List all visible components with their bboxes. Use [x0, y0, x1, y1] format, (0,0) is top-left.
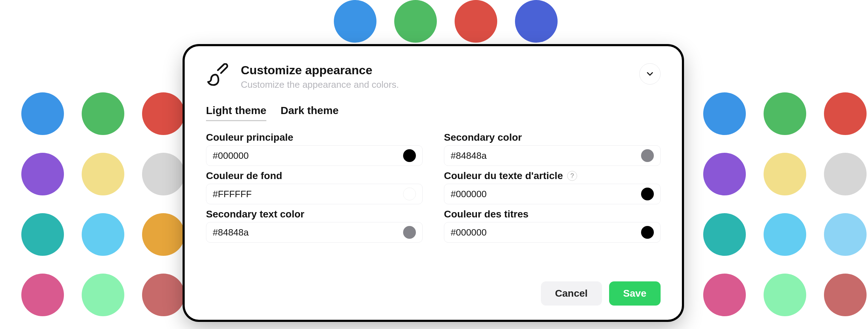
field-secondary-text-color: Secondary text color #84848a	[206, 209, 423, 243]
palette-dot	[82, 92, 124, 135]
palette-dot	[142, 92, 185, 135]
palette-dot	[515, 0, 558, 43]
palette-dot	[142, 153, 185, 195]
field-label: Couleur principale	[206, 132, 293, 143]
palette-dot	[82, 274, 124, 316]
input-value: #FFFFFF	[213, 189, 403, 200]
customize-appearance-card: Customize appearance Customize the appea…	[185, 46, 682, 320]
palette-dot	[21, 213, 64, 256]
input-value: #84848a	[213, 227, 403, 238]
cancel-button[interactable]: Cancel	[541, 281, 602, 306]
collapse-button[interactable]	[639, 63, 661, 85]
field-titles-color: Couleur des titres #000000	[444, 209, 661, 243]
card-header: Customize appearance Customize the appea…	[206, 63, 661, 90]
field-label: Couleur des titres	[444, 209, 528, 220]
palette-dot	[824, 274, 867, 316]
field-label: Couleur de fond	[206, 170, 282, 182]
save-button[interactable]: Save	[609, 281, 661, 306]
palette-dot	[21, 92, 64, 135]
input-value: #000000	[213, 150, 403, 161]
secondary-text-color-input[interactable]: #84848a	[206, 222, 423, 243]
palette-dot	[21, 274, 64, 316]
field-secondary-color: Secondary color #84848a	[444, 132, 661, 166]
theme-tabs: Light theme Dark theme	[206, 104, 661, 121]
palette-dot	[824, 153, 867, 195]
palette-dot	[824, 213, 867, 256]
palette-dot	[703, 92, 746, 135]
palette-dot	[764, 92, 806, 135]
palette-dot	[142, 274, 185, 316]
color-fields-grid: Couleur principale #000000 Secondary col…	[206, 132, 661, 243]
background-color-input[interactable]: #FFFFFF	[206, 184, 423, 204]
palette-dot	[703, 213, 746, 256]
palette-dot	[764, 153, 806, 195]
titles-color-input[interactable]: #000000	[444, 222, 661, 243]
card-footer: Cancel Save	[206, 281, 661, 306]
palette-dot	[334, 0, 376, 43]
palette-dot	[824, 92, 867, 135]
color-swatch[interactable]	[641, 226, 654, 239]
palette-dot	[764, 213, 806, 256]
tab-light-theme[interactable]: Light theme	[206, 104, 266, 121]
color-swatch[interactable]	[641, 188, 654, 200]
palette-dot	[764, 274, 806, 316]
chevron-down-icon	[645, 69, 655, 79]
palette-dot	[21, 153, 64, 195]
card-subtitle: Customize the appearance and colors.	[241, 79, 629, 90]
palette-dot	[82, 213, 124, 256]
palette-dot	[394, 0, 437, 43]
help-icon[interactable]: ?	[567, 171, 577, 181]
palette-dot	[142, 213, 185, 256]
tab-dark-theme[interactable]: Dark theme	[281, 104, 338, 121]
card-title: Customize appearance	[241, 63, 629, 77]
input-value: #000000	[451, 189, 641, 200]
field-primary-color: Couleur principale #000000	[206, 132, 423, 166]
primary-color-input[interactable]: #000000	[206, 145, 423, 166]
field-background-color: Couleur de fond #FFFFFF	[206, 170, 423, 204]
field-label: Couleur du texte d'article	[444, 170, 563, 182]
field-article-text-color: Couleur du texte d'article ? #000000	[444, 170, 661, 204]
article-text-color-input[interactable]: #000000	[444, 184, 661, 204]
color-swatch[interactable]	[641, 149, 654, 162]
palette-dot	[703, 153, 746, 195]
header-text: Customize appearance Customize the appea…	[241, 63, 629, 90]
palette-dot	[703, 274, 746, 316]
color-swatch[interactable]	[403, 149, 416, 162]
brush-icon	[206, 63, 231, 88]
field-label: Secondary text color	[206, 209, 304, 220]
color-swatch[interactable]	[403, 188, 416, 200]
secondary-color-input[interactable]: #84848a	[444, 145, 661, 166]
field-label: Secondary color	[444, 132, 522, 143]
color-swatch[interactable]	[403, 226, 416, 239]
input-value: #84848a	[451, 150, 641, 161]
input-value: #000000	[451, 227, 641, 238]
palette-dot	[455, 0, 497, 43]
palette-dot	[82, 153, 124, 195]
